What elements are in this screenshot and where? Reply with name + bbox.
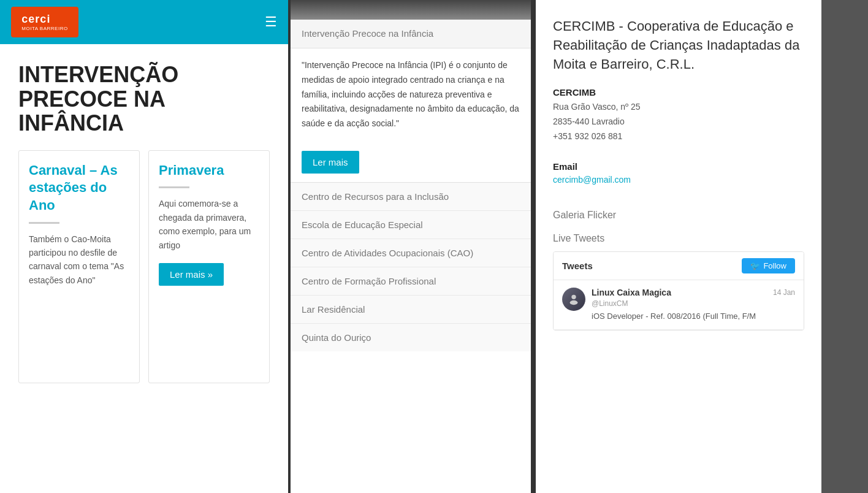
- tweet-date: 14 Jan: [773, 288, 795, 297]
- ler-mais-button-card2[interactable]: Ler mais »: [159, 263, 224, 286]
- menu-item-0[interactable]: Centro de Recursos para a Inclusão: [291, 183, 531, 211]
- svg-point-1: [570, 300, 578, 305]
- contact-block: CERCIMB Rua Grão Vasco, nº 25 2835-440 L…: [553, 87, 804, 143]
- menu-item-4[interactable]: Lar Residêncial: [291, 296, 531, 324]
- card-primavera: Primavera Aqui comemora-se a chegada da …: [148, 150, 270, 383]
- tweets-section: Live Tweets Tweets 🐦 Follow: [553, 233, 804, 331]
- tweet-handle: @LinuxCM: [592, 299, 795, 308]
- logo-text: cerci: [21, 13, 50, 25]
- featured-section-header: Intervenção Precoce na Infância: [291, 20, 531, 48]
- card-primavera-link[interactable]: Primavera: [159, 162, 259, 180]
- panel-middle: Intervenção Precoce na Infância "Interve…: [288, 0, 533, 493]
- card-primavera-text: Aqui comemora-se a chegada da primavera,…: [159, 197, 259, 252]
- logo[interactable]: cerci MOITA BARREIRO: [11, 7, 78, 37]
- menu-list: Centro de Recursos para a Inclusão Escol…: [291, 183, 531, 351]
- page-title: INTERVENÇÃO PRECOCE NA INFÂNCIA: [18, 63, 270, 136]
- gallery-title: Galeria Flicker: [553, 210, 804, 221]
- header: cerci MOITA BARREIRO ☰: [0, 0, 288, 44]
- gallery-section: Galeria Flicker: [553, 210, 804, 221]
- tweets-header: Tweets 🐦 Follow: [554, 252, 804, 280]
- live-tweets-title: Live Tweets: [553, 233, 804, 244]
- featured-section-title: Intervenção Precoce na Infância: [302, 28, 433, 39]
- featured-quote: "Intervenção Precoce na Infância (IPI) é…: [302, 58, 520, 131]
- card-carnaval: Carnaval – As estações do Ano Também o C…: [18, 150, 140, 383]
- email-section: Email cercimb@gmail.com: [553, 156, 804, 185]
- menu-item-3[interactable]: Centro de Formação Profissional: [291, 267, 531, 296]
- tweet-content: Linux Caixa Magica 14 Jan @LinuxCM iOS D…: [592, 288, 795, 323]
- ler-mais-button-main[interactable]: Ler mais: [302, 151, 359, 174]
- tweet-avatar-image: [562, 288, 585, 311]
- tweet-user-row: Linux Caixa Magica 14 Jan: [592, 288, 795, 297]
- hero-image-inner: [291, 0, 531, 20]
- panel-left-body: INTERVENÇÃO PRECOCE NA INFÂNCIA Carnaval…: [0, 44, 288, 493]
- contact-address1: Rua Grão Vasco, nº 25: [553, 100, 804, 115]
- hero-image: [291, 0, 531, 20]
- contact-address2: 2835-440 Lavradio: [553, 115, 804, 129]
- panel-right: CERCIMB - Cooperativa de Educação e Reab…: [533, 0, 821, 493]
- logo-subtext: MOITA BARREIRO: [21, 26, 67, 31]
- menu-item-5[interactable]: Quinta do Ouriço: [291, 324, 531, 351]
- tweet-item: Linux Caixa Magica 14 Jan @LinuxCM iOS D…: [554, 280, 804, 331]
- card-carnaval-text: Também o Cao-Moita participou no desfile…: [29, 232, 129, 288]
- tweets-label: Tweets: [562, 261, 593, 271]
- follow-button[interactable]: 🐦 Follow: [742, 258, 795, 273]
- tweets-widget: Tweets 🐦 Follow Li: [553, 251, 804, 331]
- featured-section: Intervenção Precoce na Infância "Interve…: [291, 20, 531, 183]
- email-link[interactable]: cercimb@gmail.com: [553, 175, 631, 185]
- email-label: Email: [553, 161, 804, 172]
- menu-item-2[interactable]: Centro de Atividades Ocupacionais (CAO): [291, 239, 531, 267]
- svg-point-0: [571, 294, 576, 299]
- menu-item-1[interactable]: Escola de Educação Especial: [291, 211, 531, 239]
- tweet-text: iOS Developer - Ref. 008/2016 (Full Time…: [592, 310, 795, 323]
- cards-row: Carnaval – As estações do Ano Também o C…: [18, 150, 270, 383]
- panel-left: cerci MOITA BARREIRO ☰ INTERVENÇÃO PRECO…: [0, 0, 288, 493]
- tweet-avatar: [562, 288, 585, 311]
- contact-phone: +351 932 026 881: [553, 129, 804, 144]
- follow-button-label: Follow: [763, 261, 786, 270]
- tweet-username: Linux Caixa Magica: [592, 288, 671, 297]
- card-carnaval-link[interactable]: Carnaval – As estações do Ano: [29, 162, 129, 215]
- org-title: CERCIMB - Cooperativa de Educação e Reab…: [553, 17, 804, 74]
- contact-name: CERCIMB: [553, 87, 804, 97]
- card-divider-2: [159, 186, 189, 188]
- card-divider: [29, 222, 59, 224]
- featured-section-body: "Intervenção Precoce na Infância (IPI) é…: [291, 48, 531, 182]
- hamburger-menu-icon[interactable]: ☰: [265, 14, 277, 30]
- twitter-bird-icon: 🐦: [750, 261, 760, 270]
